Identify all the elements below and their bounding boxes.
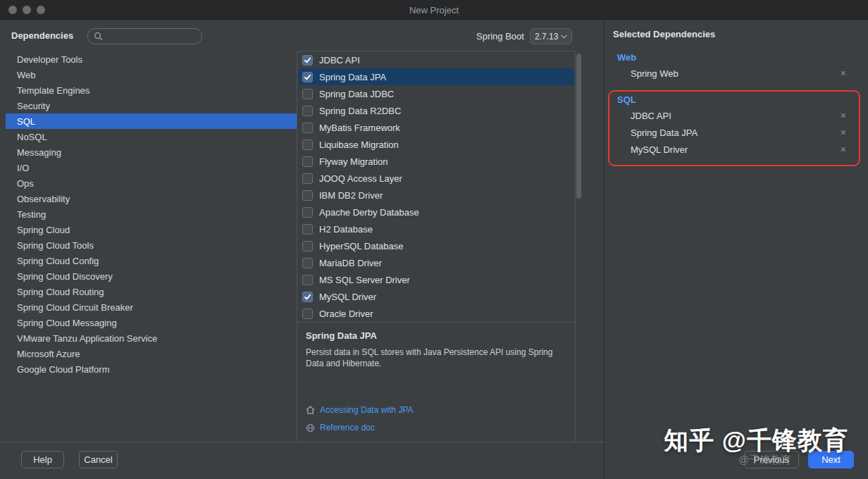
dependency-detail-panel: Spring Data JPA Persist data in SQL stor… [299, 323, 574, 442]
selected-dependency-label: Spring Data JPA [631, 127, 698, 138]
dependency-row[interactable]: HyperSQL Database [299, 237, 574, 254]
category-item[interactable]: Ops [6, 175, 297, 191]
dependency-row[interactable]: MS SQL Server Driver [299, 271, 574, 288]
category-item[interactable]: Developer Tools [6, 51, 297, 67]
scrollbar-thumb[interactable] [576, 54, 581, 199]
category-label: Observability [17, 194, 70, 204]
dependency-row[interactable]: Liquibase Migration [299, 136, 574, 153]
category-item[interactable]: Testing [6, 206, 297, 222]
dependency-row[interactable]: JDBC API [299, 51, 574, 68]
cancel-button[interactable]: Cancel [79, 451, 118, 468]
reference-doc-link[interactable]: Reference doc [306, 423, 414, 433]
spring-boot-version-select[interactable]: 2.7.13 [530, 28, 572, 44]
dependency-checkbox[interactable] [302, 139, 313, 150]
dependency-row[interactable]: H2 Database [299, 220, 574, 237]
category-item[interactable]: Observability [6, 191, 297, 206]
category-item[interactable]: SQL [6, 113, 297, 129]
category-item[interactable]: Template Engines [6, 82, 297, 98]
category-label: Spring Cloud Messaging [17, 318, 117, 328]
remove-dependency-icon[interactable]: × [841, 127, 846, 137]
category-label: VMware Tanzu Application Service [17, 333, 157, 344]
dependency-label: Apache Derby Database [319, 207, 419, 218]
dependency-label: IBM DB2 Driver [319, 190, 383, 201]
dependency-checkbox[interactable] [302, 258, 313, 268]
category-label: Testing [17, 209, 46, 220]
window-title: New Project [0, 0, 868, 20]
spring-boot-version-group: Spring Boot 2.7.13 [476, 28, 572, 44]
dependency-row[interactable]: Oracle Driver [299, 305, 574, 322]
category-item[interactable]: Microsoft Azure [6, 346, 297, 361]
detail-title: Spring Data JPA [306, 330, 567, 341]
dependency-checkbox[interactable] [302, 224, 313, 235]
dependency-label: MS SQL Server Driver [319, 275, 410, 285]
category-label: Template Engines [17, 85, 89, 96]
category-item[interactable]: Google Cloud Platform [6, 361, 297, 377]
category-label: Developer Tools [17, 54, 82, 65]
selected-groups: Web Spring Web × SQL JDBC API × Spring D… [604, 49, 868, 168]
category-item[interactable]: Messaging [6, 144, 297, 160]
dependency-row[interactable]: Spring Data R2DBC [299, 102, 574, 119]
guide-link[interactable]: Accessing Data with JPA [306, 405, 414, 415]
dependency-checkbox[interactable] [302, 275, 313, 285]
selected-dependency-label: JDBC API [631, 111, 671, 121]
selected-group: SQL JDBC API × Spring Data JPA × MySQL D… [604, 92, 868, 158]
dependency-row[interactable]: IBM DB2 Driver [299, 187, 574, 204]
search-input[interactable] [107, 32, 192, 42]
category-item[interactable]: I/O [6, 160, 297, 175]
dependency-row[interactable]: MyBatis Framework [299, 119, 574, 136]
category-item[interactable]: Spring Cloud Routing [6, 284, 297, 299]
divider [297, 51, 297, 442]
dependency-checkbox[interactable] [302, 72, 313, 82]
category-item[interactable]: Spring Cloud Messaging [6, 315, 297, 330]
selected-group-title: Web [604, 49, 868, 65]
category-item[interactable]: Spring Cloud Tools [6, 237, 297, 253]
dependency-row[interactable]: JOOQ Access Layer [299, 170, 574, 187]
dependency-checkbox[interactable] [302, 207, 313, 218]
dependency-checkbox[interactable] [302, 292, 313, 302]
remove-dependency-icon[interactable]: × [841, 68, 846, 78]
dependency-row[interactable]: Spring Data JDBC [299, 85, 574, 102]
dependency-checkbox[interactable] [302, 55, 313, 66]
dependency-row[interactable]: MariaDB Driver [299, 254, 574, 271]
dependency-checkbox[interactable] [302, 190, 313, 201]
category-item[interactable]: Spring Cloud Config [6, 253, 297, 268]
category-item[interactable]: VMware Tanzu Application Service [6, 330, 297, 346]
help-button[interactable]: Help [21, 451, 64, 468]
remove-dependency-icon[interactable]: × [841, 111, 846, 120]
dependency-checkbox[interactable] [302, 309, 313, 319]
titlebar: New Project [0, 0, 868, 20]
spring-boot-label: Spring Boot [476, 31, 524, 42]
category-label: Microsoft Azure [17, 349, 80, 359]
dependency-label: MySQL Driver [319, 292, 376, 302]
category-item[interactable]: Spring Cloud [6, 222, 297, 237]
dependency-checkbox[interactable] [302, 241, 313, 251]
category-item[interactable]: Security [6, 98, 297, 113]
dependency-label: JOOQ Access Layer [319, 173, 402, 184]
dependency-checkbox[interactable] [302, 123, 313, 133]
previous-button[interactable]: Previous [744, 451, 799, 468]
dependency-list: JDBC API Spring Data JPA Spring Data JDB… [299, 51, 574, 322]
category-item[interactable]: Web [6, 67, 297, 82]
dependency-row[interactable]: MySQL Driver [299, 288, 574, 305]
dependency-checkbox[interactable] [302, 173, 313, 184]
dependency-row[interactable]: Flyway Migration [299, 153, 574, 170]
selected-dependency-label: MySQL Driver [631, 144, 688, 155]
dependency-checkbox[interactable] [302, 89, 313, 99]
category-label: Web [17, 70, 36, 80]
category-label: SQL [17, 116, 35, 127]
dependency-checkbox[interactable] [302, 156, 313, 167]
category-list: Developer Tools Web Template Engines Sec… [6, 51, 297, 377]
category-item[interactable]: NoSQL [6, 129, 297, 144]
dependency-row[interactable]: Spring Data JPA [299, 68, 574, 85]
remove-dependency-icon[interactable]: × [841, 144, 846, 154]
detail-links: Accessing Data with JPA Reference doc [306, 405, 414, 433]
category-label: Google Cloud Platform [17, 364, 110, 375]
category-item[interactable]: Spring Cloud Discovery [6, 268, 297, 284]
search-box[interactable] [87, 28, 202, 44]
dependency-label: HyperSQL Database [319, 241, 403, 251]
dependency-checkbox[interactable] [302, 106, 313, 116]
category-item[interactable]: Spring Cloud Circuit Breaker [6, 299, 297, 315]
dependency-row[interactable]: Apache Derby Database [299, 204, 574, 220]
check-icon [304, 56, 311, 64]
next-button[interactable]: Next [808, 451, 854, 468]
